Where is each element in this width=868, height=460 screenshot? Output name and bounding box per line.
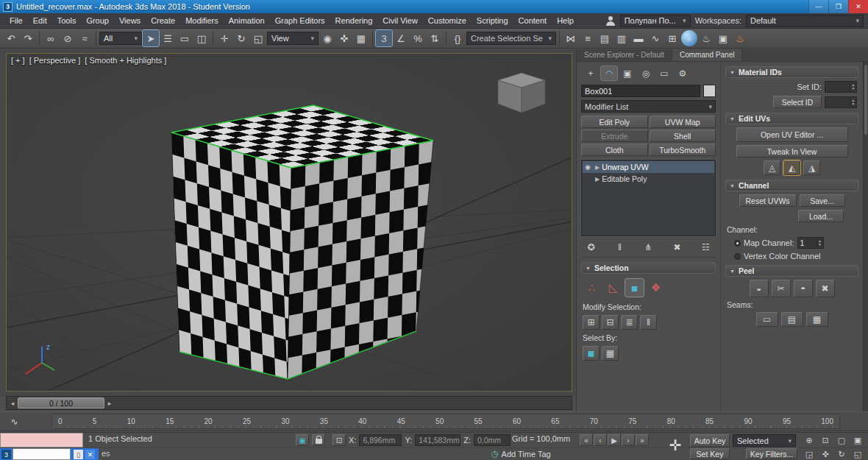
motion-tab-icon[interactable]: ◎ — [638, 66, 654, 80]
workspace-dropdown[interactable]: Default▾ — [746, 15, 864, 27]
select-and-rotate-icon[interactable]: ↻ — [233, 30, 249, 46]
bind-to-space-warp-icon[interactable]: ≈ — [77, 30, 93, 46]
maxscript-mini-listener[interactable] — [0, 433, 83, 447]
modifier-stack-row[interactable]: ▶ Editable Poly — [583, 173, 714, 185]
curve-editor-icon[interactable]: ∿ — [647, 30, 664, 46]
add-time-tag[interactable]: Add Time Tag — [502, 450, 551, 459]
select-and-move-icon[interactable]: ✛ — [216, 30, 232, 46]
modifier-set-button[interactable]: TurboSmooth — [650, 144, 716, 156]
vertex-selection-icon[interactable]: ∴ — [583, 279, 601, 297]
menu-item[interactable]: Graph Editors — [270, 14, 330, 27]
orbit-icon[interactable]: ↻ — [834, 448, 849, 460]
modifier-stack-row[interactable]: ◉ ▶ Unwrap UVW — [583, 161, 714, 173]
user-account-dropdown[interactable]: Полупан По...▾ — [620, 15, 691, 27]
taskbar-close-icon[interactable]: ✕ — [85, 450, 95, 459]
align-icon[interactable]: ≡ — [580, 30, 596, 46]
vertex-color-radio[interactable] — [734, 253, 741, 260]
previous-frame-button[interactable]: ‹ — [594, 434, 607, 446]
pan-view-icon[interactable]: ✜ — [818, 448, 833, 460]
play-button[interactable]: ▶ — [608, 434, 621, 446]
unlink-selection-icon[interactable]: ⊘ — [60, 30, 76, 46]
menu-item[interactable]: File — [4, 14, 28, 27]
modifier-set-button[interactable]: UVW Map — [650, 116, 716, 128]
spinner-arrows[interactable]: ▴▾ — [817, 239, 823, 247]
make-unique-icon[interactable]: ⋔ — [641, 241, 655, 254]
selection-filter-dropdown[interactable]: All▾ — [99, 32, 142, 45]
map-channel-radio[interactable] — [734, 240, 741, 247]
absolute-mode-toggle[interactable]: ⊡ — [332, 434, 346, 446]
convert-edge-to-seam-icon[interactable]: ▤ — [781, 312, 803, 327]
zoom-icon[interactable]: ⊕ — [802, 434, 817, 446]
reset-peel-icon[interactable]: ✖ — [816, 280, 835, 297]
modifier-set-button[interactable]: Extrude — [581, 130, 648, 142]
keyboard-shortcut-override-icon[interactable]: ▦ — [353, 30, 369, 46]
edge-ring-icon[interactable]: ≣ — [621, 315, 638, 330]
expand-arrow-icon[interactable]: ▶ — [595, 176, 600, 183]
spinner-snap-icon[interactable]: ⇅ — [427, 30, 443, 46]
render-setup-icon[interactable]: ♨ — [698, 30, 714, 46]
select-and-manipulate-icon[interactable]: ✜ — [336, 30, 352, 46]
display-tab-icon[interactable]: ▭ — [656, 66, 672, 80]
select-and-scale-icon[interactable]: ◱ — [250, 30, 266, 46]
select-and-link-icon[interactable]: ∞ — [43, 30, 59, 46]
z-coordinate-field[interactable]: 0,0mm — [474, 434, 511, 446]
key-filters-button[interactable]: Key Filters... — [746, 448, 797, 459]
box-object[interactable] — [171, 105, 433, 379]
edge-loop-icon[interactable]: ‖ — [640, 315, 657, 330]
menu-item[interactable]: Edit — [28, 14, 52, 27]
toggle-ribbon-icon[interactable]: ▬ — [630, 30, 647, 46]
menu-item[interactable]: Animation — [224, 14, 270, 27]
spinner-arrows[interactable]: ▴▾ — [850, 83, 856, 91]
remove-modifier-icon[interactable]: ✖ — [670, 241, 684, 254]
point-to-point-seam-icon[interactable]: ▦ — [806, 312, 828, 327]
uv-scale-gizmo-icon[interactable]: ◮ — [803, 160, 820, 175]
select-id-field[interactable]: ▴▾ — [825, 96, 857, 108]
menu-item[interactable]: Content — [513, 14, 552, 27]
show-end-result-icon[interactable]: ‖ — [613, 241, 627, 254]
rendered-frame-window-icon[interactable]: ▣ — [715, 30, 731, 46]
reset-uvws-button[interactable]: Reset UVWs — [739, 194, 797, 207]
use-pivot-point-center-icon[interactable]: ◉ — [319, 30, 335, 46]
viewport-general-menu[interactable]: [ + ] — [11, 56, 25, 65]
scrollbar-thumb[interactable] — [864, 65, 867, 135]
modifier-set-button[interactable]: Edit Poly — [581, 116, 648, 128]
select-by-texture-icon[interactable]: ▦ — [602, 346, 619, 361]
shrink-selection-icon[interactable]: ⊟ — [602, 315, 619, 330]
panel-tab[interactable]: Command Panel — [672, 49, 742, 61]
object-color-swatch[interactable] — [703, 85, 716, 97]
modifier-list-dropdown[interactable]: Modifier List ▾ — [581, 100, 716, 113]
restore-button[interactable]: ❐ — [828, 0, 848, 13]
window-crossing-icon[interactable]: ◫ — [193, 30, 210, 46]
viewport-pov-menu[interactable]: [ Perspective ] — [29, 56, 81, 65]
material-editor-icon[interactable]: ● — [681, 30, 697, 46]
redo-icon[interactable]: ↷ — [20, 30, 36, 46]
peel-rollout-header[interactable]: ▼ Peel — [725, 265, 858, 277]
channel-rollout-header[interactable]: ▼ Channel — [725, 180, 858, 191]
modifier-set-button[interactable]: Cloth — [581, 144, 648, 156]
menu-item[interactable]: Customize — [423, 14, 472, 27]
close-button[interactable]: ✕ — [848, 0, 868, 13]
grow-selection-icon[interactable]: ⊞ — [583, 315, 600, 330]
visibility-eye-icon[interactable]: ◉ — [585, 163, 593, 171]
map-channel-field[interactable]: 1 ▴▾ — [797, 237, 824, 249]
selection-set-dropdown[interactable]: Selected▾ — [733, 434, 796, 447]
material-ids-rollout-header[interactable]: ▼ Material IDs — [725, 66, 858, 78]
menu-item[interactable]: Scripting — [472, 14, 513, 27]
open-uv-editor-button[interactable]: Open UV Editor ... — [736, 127, 848, 142]
load-uvws-button[interactable]: Load... — [798, 210, 844, 222]
x-coordinate-field[interactable]: 6,896mm — [359, 434, 402, 446]
object-name-field[interactable]: Box001 — [581, 85, 700, 97]
edit-seams-icon[interactable]: ▭ — [756, 312, 778, 327]
key-mode-cross-icon[interactable]: ✛ — [664, 434, 686, 456]
select-id-button[interactable]: Select ID — [773, 96, 822, 108]
panel-tab[interactable]: Scene Explorer - Default — [577, 49, 672, 61]
panel-scrollbar[interactable] — [863, 62, 868, 412]
track-bar-ruler[interactable]: 0510152025303540455055606570758085909510… — [51, 414, 840, 429]
configure-modifier-sets-icon[interactable]: ☷ — [699, 241, 713, 254]
taskbar-document-icon[interactable]: ▯ — [74, 450, 83, 459]
expand-arrow-icon[interactable]: ▶ — [595, 164, 600, 171]
next-frame-button[interactable]: › — [622, 434, 635, 446]
taskbar-3dsmax-icon[interactable]: 3 — [1, 450, 11, 459]
zoom-all-icon[interactable]: ⊡ — [818, 434, 833, 446]
maximize-viewport-icon[interactable]: ◱ — [850, 448, 865, 460]
